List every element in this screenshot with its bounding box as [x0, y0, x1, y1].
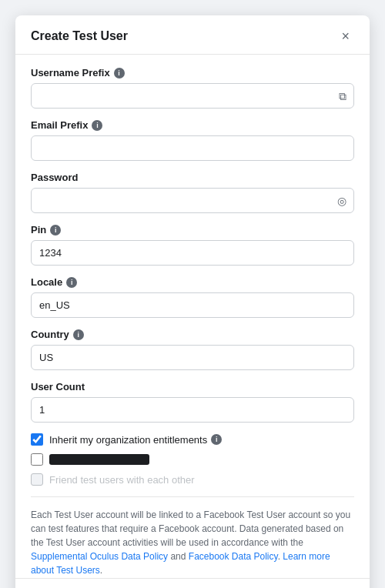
inherit-checkbox-group: Inherit my organization entitlements i: [31, 433, 354, 446]
pin-label: Pin i: [31, 224, 354, 236]
info-text: Each Test User account will be linked to…: [31, 508, 354, 577]
locale-group: Locale i: [31, 276, 354, 318]
redacted-text: [49, 454, 149, 465]
user-count-group: User Count: [31, 381, 354, 423]
user-count-input[interactable]: [31, 397, 354, 423]
email-prefix-info-icon[interactable]: i: [92, 120, 102, 131]
username-prefix-input[interactable]: [31, 83, 354, 109]
create-test-user-modal: Create Test User × Username Prefix i ⧉ E…: [15, 15, 370, 588]
facebook-data-policy-link[interactable]: Facebook Data Policy: [189, 551, 278, 562]
country-input[interactable]: [31, 345, 354, 370]
modal-footer: Cancel Submit: [15, 578, 370, 588]
pin-info-icon[interactable]: i: [50, 225, 61, 236]
modal-body: Username Prefix i ⧉ Email Prefix i: [15, 55, 370, 578]
redacted-checkbox[interactable]: [31, 453, 43, 466]
copy-icon: ⧉: [339, 89, 346, 102]
user-count-label: User Count: [31, 381, 354, 393]
email-prefix-label: Email Prefix i: [31, 119, 354, 131]
password-input-wrapper: ◎: [31, 188, 354, 213]
modal-title: Create Test User: [31, 29, 128, 43]
redacted-checkbox-group: [31, 453, 354, 466]
email-prefix-group: Email Prefix i: [31, 119, 354, 161]
password-label: Password: [31, 172, 354, 183]
divider: [31, 496, 354, 497]
inherit-checkbox-label[interactable]: Inherit my organization entitlements i: [49, 434, 222, 446]
locale-label: Locale i: [31, 276, 354, 288]
friend-checkbox-disabled: [31, 473, 43, 486]
country-info-icon[interactable]: i: [73, 329, 84, 340]
email-prefix-input[interactable]: [31, 135, 354, 161]
inherit-checkbox[interactable]: [31, 433, 43, 446]
close-button[interactable]: ×: [336, 28, 354, 45]
password-input[interactable]: [31, 188, 354, 213]
locale-input[interactable]: [31, 292, 354, 318]
friend-checkbox-group: Friend test users with each other: [31, 473, 354, 486]
inherit-info-icon[interactable]: i: [211, 434, 222, 445]
password-toggle-icon[interactable]: ◎: [337, 195, 346, 207]
username-prefix-info-icon[interactable]: i: [114, 68, 125, 79]
password-group: Password ◎: [31, 172, 354, 213]
supplemental-policy-link[interactable]: Supplemental Oculus Data Policy: [31, 551, 168, 562]
pin-group: Pin i: [31, 224, 354, 266]
username-prefix-group: Username Prefix i ⧉: [31, 67, 354, 109]
pin-input[interactable]: [31, 240, 354, 266]
modal-header: Create Test User ×: [15, 15, 370, 55]
friend-checkbox-label: Friend test users with each other: [49, 474, 195, 486]
country-label: Country i: [31, 329, 354, 340]
redacted-checkbox-label[interactable]: [49, 454, 149, 465]
locale-info-icon[interactable]: i: [66, 277, 77, 288]
country-group: Country i: [31, 329, 354, 370]
username-prefix-label: Username Prefix i: [31, 67, 354, 79]
username-prefix-input-wrapper: ⧉: [31, 83, 354, 109]
